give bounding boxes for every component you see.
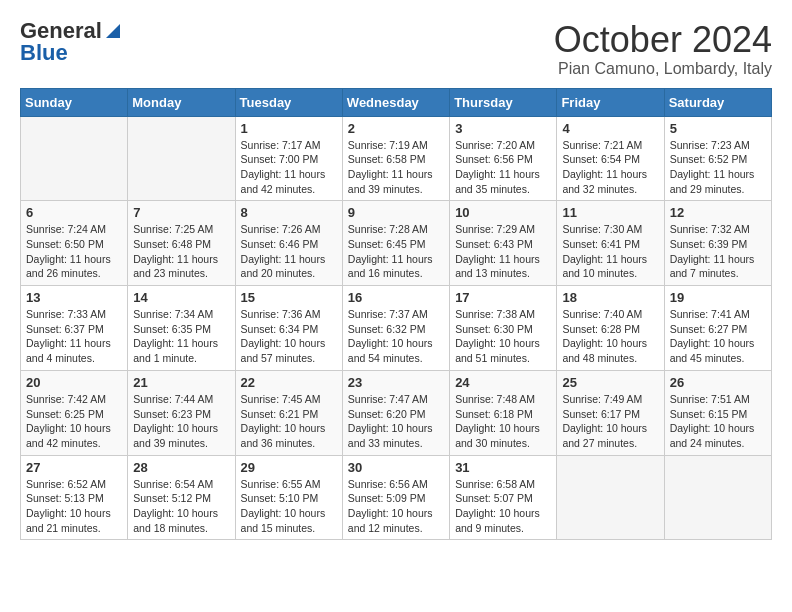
calendar-cell: [21, 116, 128, 201]
day-number: 4: [562, 121, 658, 136]
day-number: 12: [670, 205, 766, 220]
day-info: Sunrise: 7:47 AM Sunset: 6:20 PM Dayligh…: [348, 392, 444, 451]
title-block: October 2024 Pian Camuno, Lombardy, Ital…: [554, 20, 772, 78]
day-info: Sunrise: 7:20 AM Sunset: 6:56 PM Dayligh…: [455, 138, 551, 197]
calendar-cell: 5Sunrise: 7:23 AM Sunset: 6:52 PM Daylig…: [664, 116, 771, 201]
day-number: 8: [241, 205, 337, 220]
calendar-cell: 27Sunrise: 6:52 AM Sunset: 5:13 PM Dayli…: [21, 455, 128, 540]
weekday-header: Saturday: [664, 88, 771, 116]
logo-icon: [104, 20, 120, 38]
day-info: Sunrise: 7:36 AM Sunset: 6:34 PM Dayligh…: [241, 307, 337, 366]
day-number: 25: [562, 375, 658, 390]
day-number: 23: [348, 375, 444, 390]
calendar-cell: 17Sunrise: 7:38 AM Sunset: 6:30 PM Dayli…: [450, 286, 557, 371]
weekday-header: Sunday: [21, 88, 128, 116]
calendar-cell: 15Sunrise: 7:36 AM Sunset: 6:34 PM Dayli…: [235, 286, 342, 371]
day-number: 14: [133, 290, 229, 305]
location-subtitle: Pian Camuno, Lombardy, Italy: [554, 60, 772, 78]
calendar-cell: 12Sunrise: 7:32 AM Sunset: 6:39 PM Dayli…: [664, 201, 771, 286]
calendar-cell: [557, 455, 664, 540]
calendar-cell: 16Sunrise: 7:37 AM Sunset: 6:32 PM Dayli…: [342, 286, 449, 371]
calendar-cell: 14Sunrise: 7:34 AM Sunset: 6:35 PM Dayli…: [128, 286, 235, 371]
day-info: Sunrise: 7:44 AM Sunset: 6:23 PM Dayligh…: [133, 392, 229, 451]
calendar-cell: 4Sunrise: 7:21 AM Sunset: 6:54 PM Daylig…: [557, 116, 664, 201]
day-info: Sunrise: 7:37 AM Sunset: 6:32 PM Dayligh…: [348, 307, 444, 366]
day-info: Sunrise: 7:21 AM Sunset: 6:54 PM Dayligh…: [562, 138, 658, 197]
calendar-table: SundayMondayTuesdayWednesdayThursdayFrid…: [20, 88, 772, 541]
calendar-week-row: 6Sunrise: 7:24 AM Sunset: 6:50 PM Daylig…: [21, 201, 772, 286]
day-number: 27: [26, 460, 122, 475]
calendar-cell: 9Sunrise: 7:28 AM Sunset: 6:45 PM Daylig…: [342, 201, 449, 286]
day-number: 7: [133, 205, 229, 220]
weekday-header: Thursday: [450, 88, 557, 116]
day-info: Sunrise: 7:41 AM Sunset: 6:27 PM Dayligh…: [670, 307, 766, 366]
calendar-cell: 7Sunrise: 7:25 AM Sunset: 6:48 PM Daylig…: [128, 201, 235, 286]
day-info: Sunrise: 7:32 AM Sunset: 6:39 PM Dayligh…: [670, 222, 766, 281]
day-info: Sunrise: 7:48 AM Sunset: 6:18 PM Dayligh…: [455, 392, 551, 451]
calendar-cell: 24Sunrise: 7:48 AM Sunset: 6:18 PM Dayli…: [450, 370, 557, 455]
day-number: 29: [241, 460, 337, 475]
day-info: Sunrise: 7:23 AM Sunset: 6:52 PM Dayligh…: [670, 138, 766, 197]
logo-general-text: General: [20, 20, 102, 42]
calendar-cell: 6Sunrise: 7:24 AM Sunset: 6:50 PM Daylig…: [21, 201, 128, 286]
day-number: 13: [26, 290, 122, 305]
day-number: 17: [455, 290, 551, 305]
day-info: Sunrise: 7:51 AM Sunset: 6:15 PM Dayligh…: [670, 392, 766, 451]
day-info: Sunrise: 6:58 AM Sunset: 5:07 PM Dayligh…: [455, 477, 551, 536]
day-number: 19: [670, 290, 766, 305]
day-info: Sunrise: 7:42 AM Sunset: 6:25 PM Dayligh…: [26, 392, 122, 451]
day-info: Sunrise: 7:28 AM Sunset: 6:45 PM Dayligh…: [348, 222, 444, 281]
calendar-cell: 2Sunrise: 7:19 AM Sunset: 6:58 PM Daylig…: [342, 116, 449, 201]
day-number: 11: [562, 205, 658, 220]
day-info: Sunrise: 7:24 AM Sunset: 6:50 PM Dayligh…: [26, 222, 122, 281]
calendar-cell: 21Sunrise: 7:44 AM Sunset: 6:23 PM Dayli…: [128, 370, 235, 455]
day-info: Sunrise: 7:38 AM Sunset: 6:30 PM Dayligh…: [455, 307, 551, 366]
weekday-header: Tuesday: [235, 88, 342, 116]
calendar-cell: 11Sunrise: 7:30 AM Sunset: 6:41 PM Dayli…: [557, 201, 664, 286]
weekday-header: Friday: [557, 88, 664, 116]
day-number: 1: [241, 121, 337, 136]
day-info: Sunrise: 7:40 AM Sunset: 6:28 PM Dayligh…: [562, 307, 658, 366]
day-info: Sunrise: 7:19 AM Sunset: 6:58 PM Dayligh…: [348, 138, 444, 197]
day-number: 10: [455, 205, 551, 220]
logo: General Blue: [20, 20, 120, 64]
day-number: 24: [455, 375, 551, 390]
day-number: 22: [241, 375, 337, 390]
calendar-cell: 29Sunrise: 6:55 AM Sunset: 5:10 PM Dayli…: [235, 455, 342, 540]
calendar-week-row: 20Sunrise: 7:42 AM Sunset: 6:25 PM Dayli…: [21, 370, 772, 455]
day-info: Sunrise: 7:17 AM Sunset: 7:00 PM Dayligh…: [241, 138, 337, 197]
day-number: 9: [348, 205, 444, 220]
day-number: 2: [348, 121, 444, 136]
calendar-cell: 23Sunrise: 7:47 AM Sunset: 6:20 PM Dayli…: [342, 370, 449, 455]
calendar-week-row: 27Sunrise: 6:52 AM Sunset: 5:13 PM Dayli…: [21, 455, 772, 540]
day-number: 28: [133, 460, 229, 475]
calendar-header-row: SundayMondayTuesdayWednesdayThursdayFrid…: [21, 88, 772, 116]
day-number: 30: [348, 460, 444, 475]
calendar-cell: 26Sunrise: 7:51 AM Sunset: 6:15 PM Dayli…: [664, 370, 771, 455]
calendar-cell: 22Sunrise: 7:45 AM Sunset: 6:21 PM Dayli…: [235, 370, 342, 455]
logo-blue-text: Blue: [20, 42, 68, 64]
calendar-cell: 8Sunrise: 7:26 AM Sunset: 6:46 PM Daylig…: [235, 201, 342, 286]
day-number: 31: [455, 460, 551, 475]
day-number: 20: [26, 375, 122, 390]
day-number: 15: [241, 290, 337, 305]
day-info: Sunrise: 7:30 AM Sunset: 6:41 PM Dayligh…: [562, 222, 658, 281]
svg-marker-0: [106, 24, 120, 38]
weekday-header: Monday: [128, 88, 235, 116]
calendar-cell: 28Sunrise: 6:54 AM Sunset: 5:12 PM Dayli…: [128, 455, 235, 540]
calendar-cell: 30Sunrise: 6:56 AM Sunset: 5:09 PM Dayli…: [342, 455, 449, 540]
day-info: Sunrise: 7:45 AM Sunset: 6:21 PM Dayligh…: [241, 392, 337, 451]
calendar-cell: 13Sunrise: 7:33 AM Sunset: 6:37 PM Dayli…: [21, 286, 128, 371]
calendar-week-row: 1Sunrise: 7:17 AM Sunset: 7:00 PM Daylig…: [21, 116, 772, 201]
day-number: 5: [670, 121, 766, 136]
day-number: 18: [562, 290, 658, 305]
page-header: General Blue October 2024 Pian Camuno, L…: [20, 20, 772, 78]
calendar-cell: 10Sunrise: 7:29 AM Sunset: 6:43 PM Dayli…: [450, 201, 557, 286]
day-info: Sunrise: 7:34 AM Sunset: 6:35 PM Dayligh…: [133, 307, 229, 366]
day-number: 26: [670, 375, 766, 390]
day-info: Sunrise: 7:25 AM Sunset: 6:48 PM Dayligh…: [133, 222, 229, 281]
calendar-cell: [664, 455, 771, 540]
day-number: 16: [348, 290, 444, 305]
calendar-cell: 31Sunrise: 6:58 AM Sunset: 5:07 PM Dayli…: [450, 455, 557, 540]
calendar-cell: [128, 116, 235, 201]
